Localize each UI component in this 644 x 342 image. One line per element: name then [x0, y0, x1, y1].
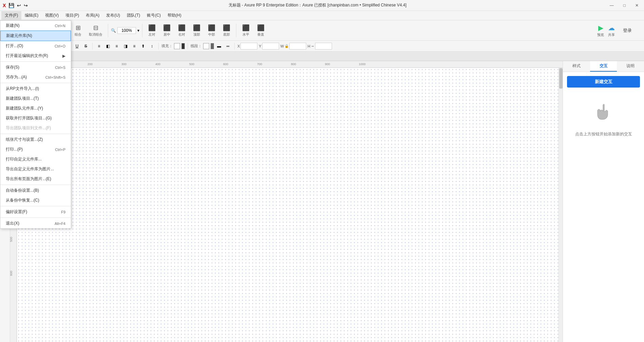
menu-import[interactable]: 从RP文件导入...(I)	[0, 84, 71, 94]
stroke-color-white[interactable]	[203, 43, 209, 49]
menu-publish[interactable]: 发布(U)	[103, 11, 123, 20]
align-top-text-button[interactable]: ⬆	[139, 42, 147, 50]
redo-icon[interactable]: ↪	[24, 3, 28, 8]
undo-icon[interactable]: ↩	[17, 3, 21, 8]
lock-icon[interactable]: 🔒	[285, 44, 289, 48]
menu-export-lib-img[interactable]: 导出自定义元件库为图片...	[0, 164, 71, 174]
group-button[interactable]: ⊞ 组合	[71, 23, 85, 38]
menu-export-pages[interactable]: 导出所有页面为图片...(E)	[0, 174, 71, 184]
justify-text-button[interactable]: ≡	[131, 42, 138, 50]
ruler-mark-500: 500	[189, 62, 194, 66]
list-button[interactable]: ≡	[95, 42, 103, 50]
align-left-icon: ⬛	[148, 24, 156, 32]
menu-layout[interactable]: 布局(A)	[82, 11, 103, 20]
menu-open[interactable]: 打开...(O) Ctrl+O	[0, 41, 71, 51]
align-bottom-button[interactable]: ⬛ 底部	[220, 23, 233, 38]
menu-file[interactable]: 文件(F)	[1, 11, 21, 20]
tab-style[interactable]: 样式	[563, 61, 590, 72]
align-center-button[interactable]: ⬛ 居中	[160, 23, 174, 38]
menu-page-size[interactable]: 纸张尺寸与设置...(Z)	[0, 135, 71, 145]
separator3	[108, 24, 108, 37]
minimize-button[interactable]: —	[607, 2, 617, 8]
align-center-text-button[interactable]: ≡	[113, 42, 120, 50]
align-right-button[interactable]: ⬛ 右对	[175, 23, 189, 38]
zoom-control[interactable]: 🔍 ▾	[111, 27, 139, 34]
distribute-h-icon: ⬛	[242, 24, 250, 32]
align-left-button[interactable]: ⬛ 左对	[145, 23, 159, 38]
tab-notes[interactable]: 说明	[617, 61, 644, 72]
underline-button[interactable]: U	[73, 42, 81, 50]
menu-print-lib[interactable]: 打印自定义元件库...	[0, 154, 71, 164]
distribute-h-button[interactable]: ⬛ 水平	[239, 23, 253, 38]
h-input[interactable]	[315, 43, 332, 50]
separator-1	[0, 61, 71, 62]
scrollbar-thumb[interactable]	[559, 68, 563, 89]
y-input[interactable]	[262, 43, 279, 50]
save-icon[interactable]: 💾	[8, 3, 14, 8]
menu-new[interactable]: 新建(N) Ctrl+N	[0, 21, 71, 31]
maximize-button[interactable]: □	[621, 2, 628, 8]
hand-pointer-icon	[593, 102, 614, 126]
distribute-v-button[interactable]: ⬛ 垂直	[254, 23, 268, 38]
menu-edit[interactable]: 编辑(E)	[21, 11, 42, 20]
menu-preferences[interactable]: 偏好设置(F) F9	[0, 207, 71, 217]
window-title: 无标题 - Axure RP 9 Enterprise Edition：Axur…	[28, 2, 607, 8]
toolbar: ✚ 插入 ⤢ 点 📄 顶层 📏 规范 ⊞ 组合 ⊟ 取消组合 🔍 ▾ ⬛ 左对 …	[0, 20, 644, 41]
menu-view[interactable]: 视图(V)	[42, 11, 62, 20]
login-button[interactable]: 登录	[619, 26, 636, 35]
zoom-input[interactable]	[117, 27, 136, 34]
tab-interaction[interactable]: 交互	[590, 61, 617, 72]
y-field: Y	[259, 43, 279, 50]
separator-4	[0, 185, 71, 185]
vertical-scrollbar[interactable]	[559, 68, 563, 342]
separator-6	[0, 217, 71, 218]
share-button[interactable]: ☁ 共享	[608, 24, 615, 37]
new-interaction-button[interactable]: 新建交互	[567, 76, 640, 88]
fill-color-black[interactable]	[181, 43, 185, 49]
ungroup-button[interactable]: ⊟ 取消组合	[86, 23, 105, 38]
separator5	[236, 24, 236, 37]
align-left-text-button[interactable]: ◧	[104, 42, 112, 50]
h-lock-icon[interactable]: ↔	[311, 44, 314, 48]
x-input[interactable]	[240, 43, 257, 50]
align-mid-text-button[interactable]: ↕	[148, 42, 156, 50]
stroke-width-btn[interactable]: ═	[224, 42, 232, 50]
group-label: 组合	[75, 32, 81, 37]
align-center-icon: ⬛	[163, 24, 171, 32]
preview-button[interactable]: ▶ 预览	[597, 24, 604, 37]
menu-new-library[interactable]: 新建元件库(N)	[0, 31, 71, 41]
strikethrough-button[interactable]: S	[82, 42, 90, 50]
align-top-button[interactable]: ⬛ 顶部	[190, 23, 203, 38]
w-input[interactable]	[289, 43, 306, 50]
menu-save-as[interactable]: 另存为...(A) Ctrl+Shift+S	[0, 72, 71, 82]
menu-team[interactable]: 团队(T)	[123, 11, 143, 20]
share-label: 共享	[608, 33, 615, 37]
distribute-v-icon: ⬛	[257, 24, 265, 32]
menu-exit[interactable]: 退出(X) Alt+F4	[0, 218, 71, 228]
ruler-mark-600: 600	[223, 62, 228, 66]
align-right-text-button[interactable]: ◨	[122, 42, 129, 50]
close-button[interactable]: ✕	[632, 2, 641, 8]
menu-new-team-project[interactable]: 新建团队项目...(T)	[0, 94, 71, 103]
canvas[interactable]	[17, 68, 563, 342]
menu-recent[interactable]: 打开最近编辑的文件(R) ▶	[0, 51, 71, 61]
align-middle-button[interactable]: ⬛ 中部	[205, 23, 218, 38]
menu-project[interactable]: 项目(P)	[62, 11, 82, 20]
menu-restore[interactable]: 从备份中恢复...(C)	[0, 195, 71, 205]
zoom-dropdown-icon[interactable]: ▾	[137, 28, 139, 33]
menu-account[interactable]: 账号(C)	[143, 11, 164, 20]
menu-auto-backup[interactable]: 自动备份设置...(B)	[0, 186, 71, 195]
stroke-style-btn[interactable]: ▬	[215, 42, 223, 50]
stroke-color-black[interactable]	[211, 43, 214, 49]
separator-2	[0, 83, 71, 83]
separator4	[142, 24, 142, 37]
align-bottom-label: 底部	[223, 32, 230, 37]
menu-help[interactable]: 帮助(H)	[164, 11, 185, 20]
menu-get-team[interactable]: 获取并打开团队项目...(G)	[0, 113, 71, 123]
w-field: W 🔒	[280, 43, 306, 50]
format-bar: Normal 13 B I U S ≡ ◧ ≡ ◨ ≡ ⬆ ↕ 填充： 线段： …	[0, 41, 644, 52]
fill-color-white[interactable]	[174, 43, 180, 49]
menu-save[interactable]: 保存(S) Ctrl+S	[0, 62, 71, 72]
menu-print[interactable]: 打印...(P) Ctrl+P	[0, 145, 71, 154]
menu-new-team-lib[interactable]: 新建团队元件库...(Y)	[0, 103, 71, 113]
